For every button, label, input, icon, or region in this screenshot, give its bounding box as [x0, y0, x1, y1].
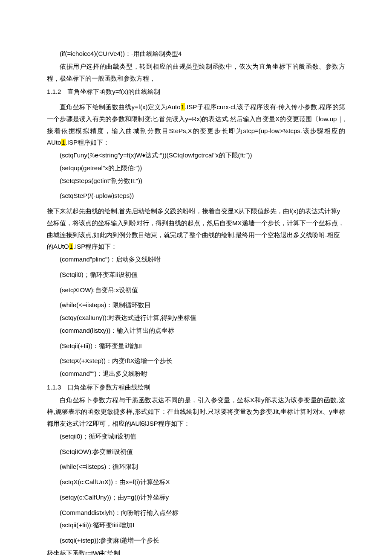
code-line: (while(<=iisteps)：循环限制 — [47, 461, 345, 473]
document-page: (if(=ichoicc4)(CUrVe4))：-用曲线绘制类型4 依据用户选择… — [0, 0, 392, 555]
code-line: (setqii0)；循环变城ii设初值 — [47, 430, 345, 442]
code-line: (if(=ichoicc4)(CUrVe4))：-用曲线绘制类型4 — [47, 48, 345, 60]
code-line: (SeIqSteps(getint"剖分数II:")) — [47, 175, 345, 187]
text-span: 直角坐标下绘制函数曲线y=f(x)定义为Auto — [60, 103, 181, 110]
code-line: (command"plinc")：启动多义线吩咐 — [47, 253, 345, 265]
code-line: (Commanddistxlyh)：向吩咐行输入点坐标 — [47, 507, 345, 519]
paragraph: 依据用户选择的曲畿类型，转到相应的曲规类型绘制函数中，依次为直角坐标下的般函数、… — [47, 61, 345, 84]
paragraph: 直角坐标下绘制函数曲线y=f(x)定义为Auto1.ISP子程序curx·cl,… — [47, 101, 345, 148]
text-span: .ISP程序如下： — [73, 243, 117, 250]
highlight: 1 — [69, 243, 73, 250]
code-line: (setqXIOW):自变吊:x设初值 — [47, 284, 345, 296]
code-line: (while(<=iisteps)：限制循环数目 — [47, 299, 345, 311]
code-line: (sctqX(c:CalfUnX))：由x=f(i)计算坐标X — [47, 476, 345, 488]
paragraph: 白角坐标卜参数方程与干脆函数表达不同的是，引入参变量，坐标X和y部表达为该参变量… — [47, 394, 345, 430]
code-line: (Setqii0)；循环变革ii设初值 — [47, 269, 345, 281]
section-heading-polar: 极坐标下函数r=fW曲ˆ绘制 — [47, 547, 345, 555]
text-span: .ISP程序如下： — [66, 139, 110, 146]
code-line: (SeIqiIOW):参变量i设初值 — [47, 446, 345, 458]
section-heading-112: 1.1.2 直角坐标下函数y=f(x)的曲线绘制 — [47, 86, 345, 98]
code-line: (sctqy(cxalIuny)):对表达式进行计算,得到y坐标值 — [47, 312, 345, 324]
code-line: (setqup(getreal"x的上限伯:″)) — [47, 162, 345, 174]
code-line: (command(listxy))：输入计算出的点坐标 — [47, 325, 345, 337]
code-line: (sctqΓuny(⅞e<string"y=f(x)W♦达式:″))(SCtqI… — [47, 149, 345, 161]
code-line: (sctqii(+Iii)):循环变Iitii增加I — [47, 519, 345, 531]
code-line: (sctqSteP(/(-uplow)steps)) — [47, 190, 345, 202]
code-line: (command″″)：退出多义线吩咐 — [47, 368, 345, 380]
code-line: (SeIqii(+Iii))：循环变量ii增加I — [47, 340, 345, 352]
code-line: (sctqi(+istep)):参变麻i递增一个步长 — [47, 535, 345, 546]
highlight: 1 — [181, 103, 185, 110]
highlight: 1 — [61, 139, 65, 146]
section-heading-113: 1.1.3 口角坐标下参数方程曲线绘制 — [47, 381, 345, 393]
paragraph: 接下来就起先曲线的绘制,首先启动绘制多义践的吩咐，接着自变显X从下限值起先，由f… — [47, 205, 345, 253]
code-line: (setqy(c:CalfUny))；由y=g(i)计算坐标y — [47, 491, 345, 503]
code-line: (SetqX(+Xstep))：内变IftX递增一个步长 — [47, 355, 345, 367]
